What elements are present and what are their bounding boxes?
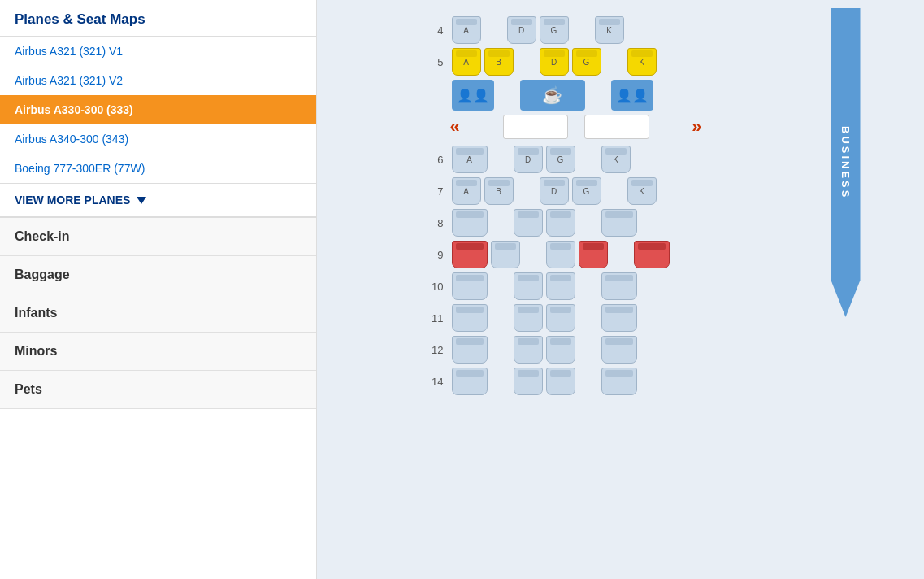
seat-12A[interactable] [452, 336, 488, 364]
business-text: BUSINESS [839, 126, 852, 199]
seat-4G[interactable]: G [540, 16, 569, 44]
sidebar: Planes & Seat Maps Airbus A321 (321) V1 … [0, 0, 317, 579]
plane-item-a321v2[interactable]: Airbus A321 (321) V2 [0, 66, 316, 95]
seat-5D[interactable]: D [540, 48, 569, 76]
seat-10A[interactable] [452, 272, 488, 300]
plane-item-a340[interactable]: Airbus A340-300 (343) [0, 124, 316, 154]
seat-9K[interactable] [634, 241, 670, 268]
pets-item[interactable]: Pets [0, 371, 316, 409]
sidebar-title: Planes & Seat Maps [0, 0, 316, 37]
seats-group-4: A D G K [450, 16, 626, 44]
row-label-14: 14 [426, 376, 444, 388]
seat-7B[interactable]: B [484, 177, 514, 205]
seat-10D[interactable] [514, 272, 543, 300]
seat-label: D [551, 58, 557, 67]
row-5: 5 A B D G K [426, 48, 816, 76]
seat-11A[interactable] [452, 304, 488, 332]
seat-label: D [518, 26, 524, 35]
seat-9B[interactable] [491, 241, 520, 268]
row-8: 8 [426, 209, 816, 237]
service-coffee-icon: ☕ [520, 80, 585, 111]
seat-14D[interactable] [514, 368, 543, 395]
white-box-right [584, 115, 649, 139]
seat-label: A [463, 26, 469, 35]
row-label-7: 7 [426, 185, 444, 198]
right-arrow-icon: » [692, 116, 701, 137]
seat-7A[interactable]: A [452, 177, 481, 205]
row-11: 11 [426, 304, 816, 332]
plane-list: Airbus A321 (321) V1 Airbus A321 (321) V… [0, 37, 316, 184]
seats-group-5: A B D G K [450, 48, 658, 76]
infants-item[interactable]: Infants [0, 294, 316, 333]
seats-group-11 [450, 304, 639, 332]
seat-9A[interactable] [452, 241, 488, 268]
row-label-4: 4 [426, 24, 444, 37]
seat-8K[interactable] [601, 209, 637, 237]
seat-14K[interactable] [601, 368, 637, 395]
seat-6K[interactable]: K [601, 146, 631, 173]
seat-14G[interactable] [546, 368, 575, 395]
baggage-item[interactable]: Baggage [0, 256, 316, 294]
row-9: 9 [426, 241, 816, 268]
minors-item[interactable]: Minors [0, 333, 316, 371]
row-label-11: 11 [426, 312, 444, 324]
seat-label: K [639, 58, 644, 67]
seat-4D[interactable]: D [507, 16, 536, 44]
seats-group-7: A B D G K [450, 177, 658, 205]
white-box-left [503, 115, 568, 139]
seat-11G[interactable] [546, 304, 575, 332]
seat-5G[interactable]: G [572, 48, 601, 76]
seat-11D[interactable] [514, 304, 543, 332]
row-6: 6 A D G K [426, 146, 816, 173]
info-list: Check-in Baggage Infants Minors Pets [0, 218, 316, 409]
seat-6A[interactable]: A [452, 146, 488, 173]
row-10: 10 [426, 272, 816, 300]
seat-6D[interactable]: D [514, 146, 543, 173]
seat-5A[interactable]: A [452, 48, 481, 76]
seat-7K[interactable]: K [627, 177, 657, 205]
left-arrow-icon: « [450, 116, 460, 137]
seat-7G[interactable]: G [572, 177, 601, 205]
seat-4K[interactable]: K [595, 16, 624, 44]
seat-5K[interactable]: K [627, 48, 657, 76]
seat-8A[interactable] [452, 209, 488, 237]
seats-group-12 [450, 336, 639, 364]
seats-group-6: A D G K [450, 146, 632, 173]
checkin-item[interactable]: Check-in [0, 218, 316, 256]
seat-6G[interactable]: G [546, 146, 575, 173]
seat-12D[interactable] [514, 336, 543, 364]
seat-12G[interactable] [546, 336, 575, 364]
seats-group-14 [450, 368, 639, 395]
seat-10K[interactable] [601, 272, 637, 300]
row-label-8: 8 [426, 217, 444, 229]
plane-item-a321v1[interactable]: Airbus A321 (321) V1 [0, 37, 316, 66]
plane-item-b777[interactable]: Boeing 777-300ER (77W) [0, 154, 316, 183]
main-content: 4 A D G K 5 A B D G K [317, 0, 924, 579]
row-label-10: 10 [426, 281, 444, 293]
service-icons: 👤👤 ☕ 👤👤 [450, 80, 655, 111]
plane-item-a330[interactable]: Airbus A330-300 (333) [0, 95, 316, 124]
chevron-down-icon [137, 197, 146, 204]
seat-label: B [496, 58, 501, 67]
row-label-12: 12 [426, 344, 444, 356]
seat-9G[interactable] [579, 241, 608, 268]
seat-12K[interactable] [601, 336, 637, 364]
seat-14A[interactable] [452, 368, 488, 395]
seats-group-10 [450, 272, 639, 300]
seat-11K[interactable] [601, 304, 637, 332]
seat-9D[interactable] [546, 241, 575, 268]
row-12: 12 [426, 336, 816, 364]
view-more-button[interactable]: VIEW MORE PLANES [0, 184, 316, 218]
seat-7D[interactable]: D [540, 177, 569, 205]
row-label-5: 5 [426, 56, 444, 68]
seat-8G[interactable] [546, 209, 575, 237]
seat-8D[interactable] [514, 209, 543, 237]
restroom-icon-symbol: 👤👤 [457, 88, 489, 103]
seat-label: A [463, 58, 469, 67]
seat-5B[interactable]: B [484, 48, 514, 76]
business-label: BUSINESS [831, 8, 861, 317]
restroom-icon-right: 👤👤 [611, 80, 653, 111]
seats-group-8 [450, 209, 639, 237]
seat-10G[interactable] [546, 272, 575, 300]
seat-4A[interactable]: A [452, 16, 481, 44]
